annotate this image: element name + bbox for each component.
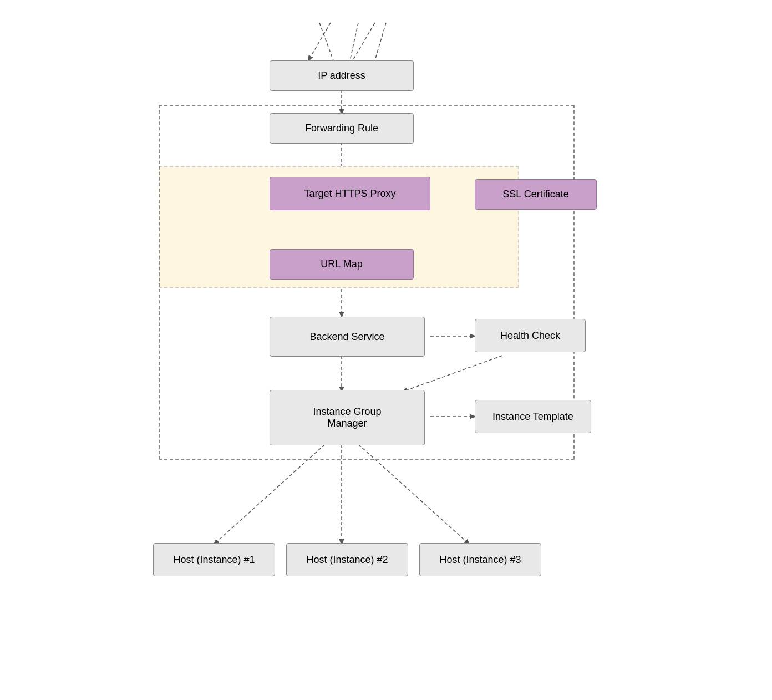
ip-address-label: IP address [318,70,365,82]
instance-template-label: Instance Template [492,411,573,423]
ip-address-node: IP address [270,60,414,91]
host3-label: Host (Instance) #3 [439,554,521,566]
target-https-proxy-label: Target HTTPS Proxy [304,188,395,200]
diagram-container: IP address Forwarding Rule Target HTTPS … [136,23,636,677]
host2-node: Host (Instance) #2 [286,543,408,576]
url-map-node: URL Map [270,249,414,280]
host2-label: Host (Instance) #2 [306,554,388,566]
instance-group-manager-node: Instance Group Manager [270,390,425,445]
svg-line-3 [353,23,375,60]
ssl-certificate-label: SSL Certificate [502,189,568,200]
instance-template-node: Instance Template [475,400,591,433]
svg-line-4 [375,23,386,60]
host1-node: Host (Instance) #1 [153,543,275,576]
instance-group-manager-label: Instance Group Manager [313,406,381,429]
backend-service-node: Backend Service [270,317,425,357]
health-check-node: Health Check [475,319,586,352]
host1-label: Host (Instance) #1 [173,554,255,566]
forwarding-rule-label: Forwarding Rule [305,123,378,134]
svg-line-5 [319,23,333,60]
url-map-label: URL Map [321,258,362,270]
backend-service-label: Backend Service [309,331,384,343]
ssl-certificate-node: SSL Certificate [475,179,597,210]
forwarding-rule-node: Forwarding Rule [270,113,414,144]
svg-line-2 [308,23,331,60]
svg-line-6 [350,23,358,60]
health-check-label: Health Check [500,330,560,342]
host3-node: Host (Instance) #3 [419,543,541,576]
target-https-proxy-node: Target HTTPS Proxy [270,177,430,210]
